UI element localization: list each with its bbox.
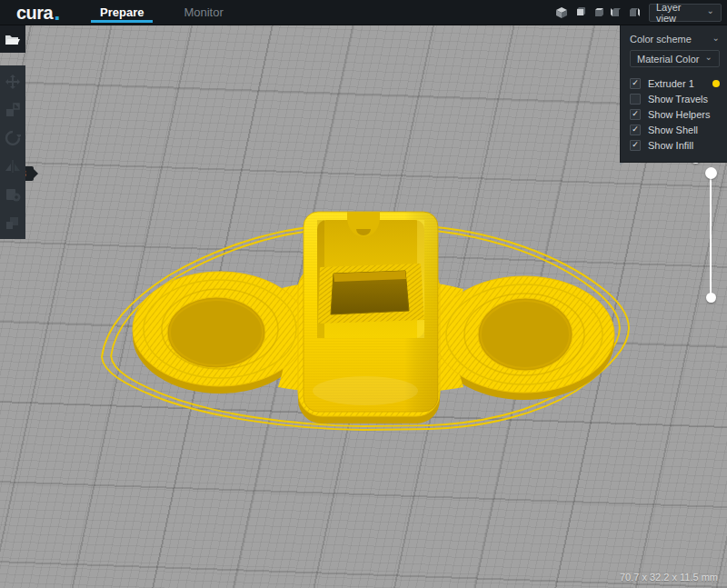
model-dimensions: 70.7 x 32.2 x 11.5 mm xyxy=(620,572,718,583)
layer-slider-track[interactable] xyxy=(710,174,712,298)
option-extruder-1[interactable]: ✓ Extruder 1 xyxy=(630,77,720,89)
camera-view-buttons xyxy=(554,5,642,20)
viewport-3d[interactable]: Color scheme ⌄ Material Color ⌄ ✓ Extrud… xyxy=(0,25,727,588)
checkbox[interactable]: ✓ xyxy=(630,140,641,151)
chevron-down-icon: ⌄ xyxy=(705,53,712,62)
color-scheme-value: Material Color xyxy=(637,54,699,65)
option-show-travels[interactable]: ✓ Show Travels xyxy=(630,93,720,105)
chevron-down-icon: ⌄ xyxy=(707,6,714,15)
view-mode-value: Layer view xyxy=(656,2,702,24)
color-scheme-header[interactable]: Color scheme ⌄ xyxy=(630,34,720,45)
support-blocker-icon[interactable] xyxy=(4,214,22,232)
view-mode-dropdown[interactable]: Layer view ⌄ xyxy=(649,4,722,22)
view-right-icon[interactable] xyxy=(627,5,642,20)
checkbox[interactable]: ✓ xyxy=(630,78,641,89)
check-icon: ✓ xyxy=(632,79,639,87)
scale-tool-icon[interactable] xyxy=(4,101,22,119)
layer-view-options: ✓ Extruder 1 ✓ Show Travels ✓ Show Helpe… xyxy=(630,77,720,151)
cura-logo: cura . xyxy=(0,0,91,25)
layer-slider-upper-handle[interactable] xyxy=(705,167,717,179)
color-scheme-dropdown[interactable]: Material Color ⌄ xyxy=(630,50,720,67)
stage-tabs: Prepare Monitor xyxy=(80,0,244,25)
layer-view-panel: Color scheme ⌄ Material Color ⌄ ✓ Extrud… xyxy=(620,25,727,163)
view-3d-icon[interactable] xyxy=(554,5,569,20)
option-show-infill[interactable]: ✓ Show Infill xyxy=(630,139,720,151)
checkbox[interactable]: ✓ xyxy=(630,94,641,105)
move-tool-icon[interactable] xyxy=(4,73,22,91)
option-show-helpers[interactable]: ✓ Show Helpers xyxy=(630,108,720,120)
open-folder-icon xyxy=(5,33,21,46)
sliced-model[interactable] xyxy=(0,25,727,588)
option-show-shell[interactable]: ✓ Show Shell xyxy=(630,124,720,135)
checkbox[interactable]: ✓ xyxy=(630,109,641,120)
tool-panel xyxy=(0,65,25,239)
mirror-tool-icon[interactable] xyxy=(4,157,22,175)
check-icon: ✓ xyxy=(632,125,639,134)
cura-window: cura . Prepare Monitor xyxy=(0,0,727,588)
extruder-color-swatch xyxy=(712,80,720,87)
checkbox[interactable]: ✓ xyxy=(630,125,641,135)
tab-monitor[interactable]: Monitor xyxy=(164,0,243,25)
open-file-button[interactable] xyxy=(0,25,25,53)
view-top-icon[interactable] xyxy=(591,5,605,20)
layer-slider xyxy=(704,167,727,313)
check-icon: ✓ xyxy=(632,110,639,118)
color-scheme-label: Color scheme xyxy=(630,34,692,45)
view-front-icon[interactable] xyxy=(573,5,587,20)
logo-text: cura xyxy=(16,4,53,22)
topbar-right: Layer view ⌄ xyxy=(554,0,727,25)
check-icon: ✓ xyxy=(632,141,639,149)
tab-prepare[interactable]: Prepare xyxy=(80,0,164,25)
layer-slider-lower-handle[interactable] xyxy=(706,293,716,303)
view-left-icon[interactable] xyxy=(609,5,623,20)
model-center-tower[interactable] xyxy=(304,212,438,412)
logo-dot: . xyxy=(54,5,60,20)
rotate-tool-icon[interactable] xyxy=(4,129,22,147)
top-bar: cura . Prepare Monitor xyxy=(0,0,727,25)
per-model-settings-icon[interactable] xyxy=(4,185,22,204)
chevron-down-icon: ⌄ xyxy=(712,33,720,43)
